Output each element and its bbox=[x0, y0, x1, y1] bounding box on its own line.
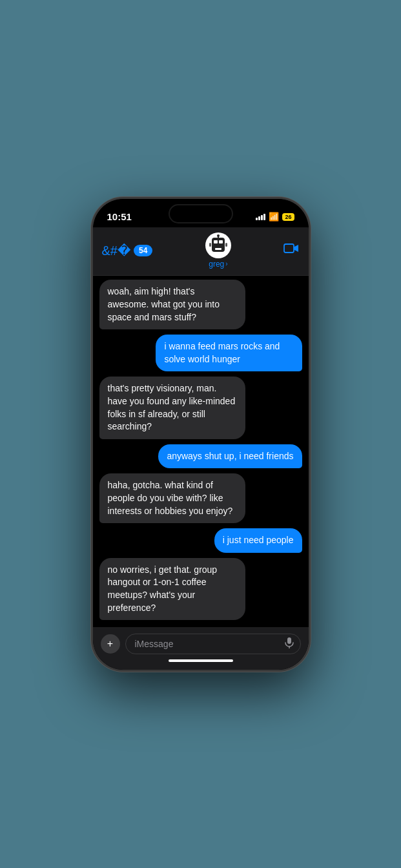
volume-up-button[interactable] bbox=[91, 264, 92, 283]
message-bubble[interactable]: that's pretty visionary, man. have you f… bbox=[99, 377, 245, 439]
signal-icon bbox=[256, 214, 265, 220]
svg-rect-9 bbox=[284, 244, 294, 253]
message-row: woah, aim high! that's awesome. what got… bbox=[99, 280, 302, 329]
home-indicator bbox=[169, 659, 233, 662]
input-bar: + iMessage bbox=[93, 627, 309, 670]
message-bubble[interactable]: no worries, i get that. group hangout or… bbox=[99, 558, 245, 620]
contact-chevron-icon: › bbox=[225, 260, 227, 267]
add-attachment-button[interactable]: + bbox=[101, 634, 120, 654]
contact-name-text: greg bbox=[209, 260, 224, 269]
contact-info[interactable]: greg › bbox=[205, 232, 231, 269]
chat-header: &#� 54 bbox=[93, 227, 309, 276]
back-button[interactable]: &#� 54 bbox=[102, 243, 153, 258]
status-icons: 📶 26 bbox=[256, 212, 294, 222]
message-row: that's pretty visionary, man. have you f… bbox=[99, 377, 302, 439]
message-bubble[interactable]: i wanna feed mars rocks and solve world … bbox=[156, 335, 302, 371]
dynamic-island bbox=[169, 204, 233, 223]
video-call-button[interactable] bbox=[283, 243, 299, 258]
status-bar: 10:51 📶 26 bbox=[93, 199, 309, 227]
status-time: 10:51 bbox=[107, 211, 132, 222]
message-bubble[interactable]: haha, gotcha. what kind of people do you… bbox=[99, 473, 245, 523]
message-input[interactable]: iMessage bbox=[125, 634, 301, 654]
contact-name-row: greg › bbox=[209, 260, 227, 269]
phone-screen: 10:51 📶 26 &#� 54 bbox=[93, 199, 309, 670]
svg-rect-8 bbox=[225, 243, 227, 247]
messages-area: i'm looking for co foundersinteresting! … bbox=[93, 276, 309, 627]
avatar-image bbox=[207, 234, 230, 257]
back-chevron-icon: &#� bbox=[102, 243, 131, 258]
svg-rect-6 bbox=[218, 236, 219, 238]
svg-rect-2 bbox=[214, 240, 218, 243]
message-row: i wanna feed mars rocks and solve world … bbox=[99, 335, 302, 371]
input-placeholder: iMessage bbox=[135, 639, 174, 649]
svg-rect-10 bbox=[287, 637, 291, 644]
message-bubble[interactable]: anyways shut up, i need friends bbox=[158, 444, 302, 469]
volume-down-button[interactable] bbox=[91, 289, 92, 309]
back-badge-count: 54 bbox=[134, 245, 152, 256]
phone-frame: 10:51 📶 26 &#� 54 bbox=[91, 197, 311, 672]
message-bubble[interactable]: i just need people bbox=[214, 528, 302, 553]
message-row: anyways shut up, i need friends bbox=[99, 444, 302, 469]
wifi-icon: 📶 bbox=[269, 212, 279, 222]
avatar bbox=[205, 232, 231, 258]
battery-indicator: 26 bbox=[282, 213, 294, 221]
plus-icon: + bbox=[107, 638, 113, 650]
message-row: no worries, i get that. group hangout or… bbox=[99, 558, 302, 620]
svg-rect-4 bbox=[215, 248, 221, 250]
svg-rect-3 bbox=[219, 240, 223, 243]
microphone-icon bbox=[285, 637, 294, 650]
message-row: i just need people bbox=[99, 528, 302, 553]
message-bubble[interactable]: woah, aim high! that's awesome. what got… bbox=[99, 280, 245, 329]
power-button[interactable] bbox=[309, 270, 311, 305]
silent-switch[interactable] bbox=[91, 247, 92, 260]
message-row: haha, gotcha. what kind of people do you… bbox=[99, 473, 302, 523]
svg-rect-7 bbox=[209, 243, 211, 247]
